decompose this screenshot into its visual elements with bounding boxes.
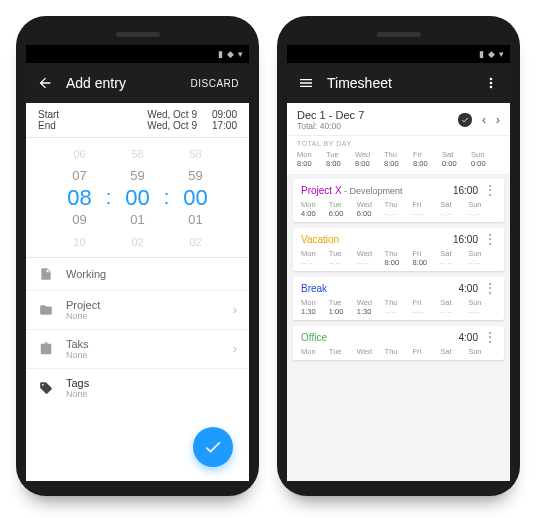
appbar-title: Timesheet: [327, 75, 470, 91]
prev-week[interactable]: ‹: [482, 113, 486, 127]
phone-speaker: [377, 32, 421, 37]
signal-icon: ▮: [479, 49, 484, 59]
time-range[interactable]: Start Wed, Oct 9 09:00 End Wed, Oct 9 17…: [26, 103, 249, 138]
discard-button[interactable]: DISCARD: [190, 78, 239, 89]
timesheet-card[interactable]: Break4:00⋮Mon1:30Tue1:00Wed1:30Thu--:--F…: [293, 277, 504, 320]
tags-value: None: [66, 389, 237, 399]
card-overflow-icon[interactable]: ⋮: [484, 189, 496, 193]
wifi-icon: ◆: [227, 49, 234, 59]
appbar: Timesheet: [287, 63, 510, 103]
day-total: Mon8:00: [297, 150, 326, 168]
day-total: Sun0:00: [471, 150, 500, 168]
card-total: 4:00: [459, 332, 478, 343]
tbd-label: TOTAL BY DAY: [297, 140, 500, 147]
card-total: 16:00: [453, 234, 478, 245]
screen-timesheet: ▮ ◆ ▾ Timesheet Dec 1 - Dec 7 Total: 40:…: [287, 45, 510, 481]
start-label: Start: [38, 109, 129, 120]
verified-badge[interactable]: [458, 113, 472, 127]
overflow-icon[interactable]: [482, 74, 500, 92]
week-header: Dec 1 - Dec 7 Total: 40:00 ‹ ›: [287, 103, 510, 136]
battery-icon: ▾: [499, 49, 504, 59]
task-label: Taks: [66, 338, 221, 350]
status-bar: ▮ ◆ ▾: [287, 45, 510, 63]
status-bar: ▮ ◆ ▾: [26, 45, 249, 63]
start-date: Wed, Oct 9: [129, 109, 197, 120]
note-icon: [38, 266, 54, 282]
menu-icon[interactable]: [297, 74, 315, 92]
picker-minutes[interactable]: 58 59 00 01 02: [117, 143, 159, 253]
working-label: Working: [66, 268, 237, 280]
date-range: Dec 1 - Dec 7: [297, 109, 458, 121]
next-week[interactable]: ›: [496, 113, 500, 127]
day-total: Wed8:00: [355, 150, 384, 168]
picker-sep: :: [159, 186, 175, 209]
back-icon[interactable]: [36, 74, 54, 92]
row-task[interactable]: Taks None ›: [26, 330, 249, 369]
chevron-right-icon: ›: [233, 303, 237, 317]
chevron-right-icon: ›: [233, 342, 237, 356]
battery-icon: ▾: [238, 49, 243, 59]
start-time: 09:00: [197, 109, 237, 120]
day-total: Fri8:00: [413, 150, 442, 168]
clipboard-icon: [38, 341, 54, 357]
picker-hours[interactable]: 06 07 08 09 10: [59, 143, 101, 253]
week-total: Total: 40:00: [297, 121, 458, 131]
folder-icon: [38, 302, 54, 318]
appbar-title: Add entry: [66, 75, 178, 91]
project-label: Project: [66, 299, 221, 311]
screen-add-entry: ▮ ◆ ▾ Add entry DISCARD Start Wed, Oct 9…: [26, 45, 249, 481]
day-total: Thu8:00: [384, 150, 413, 168]
card-name: Vacation: [301, 234, 453, 245]
signal-icon: ▮: [218, 49, 223, 59]
day-total: Sat0:00: [442, 150, 471, 168]
row-tags[interactable]: Tags None: [26, 369, 249, 407]
phone-add-entry: ▮ ◆ ▾ Add entry DISCARD Start Wed, Oct 9…: [16, 16, 259, 496]
card-overflow-icon[interactable]: ⋮: [484, 238, 496, 242]
task-value: None: [66, 350, 221, 360]
card-total: 16:00: [453, 185, 478, 196]
appbar: Add entry DISCARD: [26, 63, 249, 103]
card-total: 4:00: [459, 283, 478, 294]
phone-timesheet: ▮ ◆ ▾ Timesheet Dec 1 - Dec 7 Total: 40:…: [277, 16, 520, 496]
time-picker[interactable]: 06 07 08 09 10 : 58 59 00 01 02 : 58 5: [26, 138, 249, 258]
timesheet-card[interactable]: Vacation16:00⋮Mon--:--Tue--:--Wed--:--Th…: [293, 228, 504, 271]
end-date: Wed, Oct 9: [129, 120, 197, 131]
total-by-day: TOTAL BY DAY Mon8:00Tue8:00Wed8:00Thu8:0…: [287, 136, 510, 175]
timesheet-cards[interactable]: Project X - Development16:00⋮Mon4:00Tue6…: [287, 175, 510, 481]
card-overflow-icon[interactable]: ⋮: [484, 287, 496, 291]
row-working[interactable]: Working: [26, 258, 249, 291]
card-name: Project X - Development: [301, 185, 453, 196]
tags-label: Tags: [66, 377, 237, 389]
card-name: Office: [301, 332, 459, 343]
row-project[interactable]: Project None ›: [26, 291, 249, 330]
card-name: Break: [301, 283, 459, 294]
timesheet-card[interactable]: Project X - Development16:00⋮Mon4:00Tue6…: [293, 179, 504, 222]
project-value: None: [66, 311, 221, 321]
picker-sep: :: [101, 186, 117, 209]
day-total: Tue8:00: [326, 150, 355, 168]
wifi-icon: ◆: [488, 49, 495, 59]
card-overflow-icon[interactable]: ⋮: [484, 336, 496, 340]
end-label: End: [38, 120, 129, 131]
phone-speaker: [116, 32, 160, 37]
fab-confirm[interactable]: [193, 427, 233, 467]
picker-seconds[interactable]: 58 59 00 01 02: [175, 143, 217, 253]
timesheet-card[interactable]: Office4:00⋮MonTueWedThuFriSatSun: [293, 326, 504, 360]
tag-icon: [38, 380, 54, 396]
end-time: 17:00: [197, 120, 237, 131]
